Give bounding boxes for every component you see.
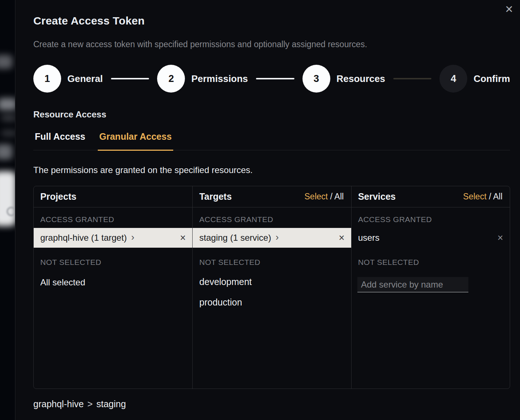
access-granted-label: ACCESS GRANTED xyxy=(193,207,351,228)
background-blur-blob xyxy=(0,98,15,110)
services-column-header: Services Select / All xyxy=(352,186,510,207)
step-resources[interactable]: 3 Resources xyxy=(302,65,385,93)
granted-target-row[interactable]: staging (1 service) › × xyxy=(193,228,351,248)
step-connector xyxy=(111,78,149,79)
granted-target-label: staging (1 service) xyxy=(199,233,271,243)
granted-project-label: graphql-hive (1 target) xyxy=(40,233,127,243)
background-blur-card xyxy=(0,171,15,226)
permissions-description: The permissions are granted on the speci… xyxy=(33,165,510,175)
services-all-link[interactable]: All xyxy=(493,192,502,201)
step-general[interactable]: 1 General xyxy=(33,65,103,93)
services-column-title: Services xyxy=(358,191,396,202)
projects-column: Projects ACCESS GRANTED graphql-hive (1 … xyxy=(34,186,192,389)
targets-all-link[interactable]: All xyxy=(334,192,344,201)
granted-project-row[interactable]: graphql-hive (1 target) › × xyxy=(34,228,192,248)
remove-service-icon[interactable]: × xyxy=(497,233,503,243)
breadcrumb: graphql-hive>staging xyxy=(33,399,510,409)
target-option-production[interactable]: production xyxy=(193,292,351,312)
access-granted-label: ACCESS GRANTED xyxy=(352,207,510,228)
step-label: Confirm xyxy=(473,73,510,85)
step-confirm[interactable]: 4 Confirm xyxy=(439,65,510,93)
step-connector xyxy=(393,78,432,79)
add-service-input[interactable] xyxy=(357,277,468,292)
projects-column-header: Projects xyxy=(34,186,192,207)
background-blur-ring xyxy=(7,207,15,216)
target-options-list: development production xyxy=(193,271,351,312)
not-selected-label: NOT SELECTED xyxy=(193,248,351,271)
step-number: 3 xyxy=(302,65,330,93)
breadcrumb-project: graphql-hive xyxy=(33,399,84,409)
background-blur-blob xyxy=(0,144,12,160)
targets-select-all: Select / All xyxy=(304,192,343,202)
not-selected-label: NOT SELECTED xyxy=(352,248,510,271)
dialog-subtitle: Create a new access token with specified… xyxy=(33,40,510,49)
all-selected-note: All selected xyxy=(34,271,192,288)
targets-column: Targets Select / All ACCESS GRANTED stag… xyxy=(192,186,351,389)
chevron-right-icon: › xyxy=(275,232,279,242)
step-number: 1 xyxy=(33,65,61,93)
target-option-development[interactable]: development xyxy=(193,271,351,292)
step-number: 2 xyxy=(157,65,185,93)
access-mode-tabs: Full Access Granular Access xyxy=(33,131,510,150)
breadcrumb-separator: > xyxy=(88,399,93,409)
granted-service-row[interactable]: users × xyxy=(352,228,510,248)
step-connector xyxy=(256,78,294,79)
background-page-strip xyxy=(0,0,15,420)
create-access-token-dialog: ✕ Create Access Token Create a new acces… xyxy=(15,0,520,420)
step-number: 4 xyxy=(439,65,467,93)
tab-granular-access[interactable]: Granular Access xyxy=(98,131,173,151)
not-selected-label: NOT SELECTED xyxy=(34,248,192,271)
resource-access-heading: Resource Access xyxy=(33,109,510,120)
remove-target-icon[interactable]: × xyxy=(339,233,345,243)
stepper: 1 General 2 Permissions 3 Resources 4 Co… xyxy=(33,65,510,93)
tab-full-access[interactable]: Full Access xyxy=(33,131,87,151)
step-permissions[interactable]: 2 Permissions xyxy=(157,65,248,93)
step-label: Permissions xyxy=(191,73,248,85)
granted-service-label: users xyxy=(358,233,380,243)
targets-column-header: Targets Select / All xyxy=(193,186,351,207)
background-blur-blob xyxy=(0,55,12,69)
access-granted-label: ACCESS GRANTED xyxy=(34,207,192,228)
step-label: Resources xyxy=(337,73,385,85)
services-select-link[interactable]: Select xyxy=(463,192,487,201)
remove-project-icon[interactable]: × xyxy=(180,233,186,243)
resource-picker-table: Projects ACCESS GRANTED graphql-hive (1 … xyxy=(33,186,510,389)
background-blur-blob xyxy=(1,114,15,121)
chevron-right-icon: › xyxy=(131,232,134,242)
targets-select-link[interactable]: Select xyxy=(304,192,328,201)
projects-column-title: Projects xyxy=(40,191,77,202)
select-all-separator: / xyxy=(487,192,493,201)
close-icon[interactable]: ✕ xyxy=(505,4,513,15)
select-all-separator: / xyxy=(328,192,334,201)
background-blur-blob xyxy=(1,130,15,136)
services-select-all: Select / All xyxy=(463,192,502,202)
services-column: Services Select / All ACCESS GRANTED use… xyxy=(351,186,510,389)
breadcrumb-target: staging xyxy=(96,399,126,409)
targets-column-title: Targets xyxy=(199,191,231,202)
dialog-title: Create Access Token xyxy=(33,15,510,27)
step-label: General xyxy=(67,73,103,85)
